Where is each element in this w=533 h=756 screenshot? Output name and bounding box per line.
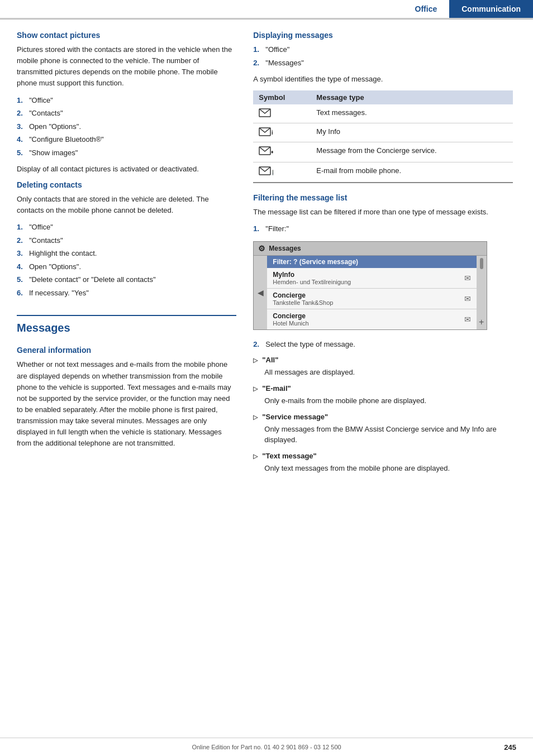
table-col-symbol: Symbol: [253, 90, 311, 104]
ui-titlebar: ⚙ Messages: [254, 242, 486, 256]
show-contact-pictures-note: Display of all contact pictures is activ…: [17, 164, 236, 175]
displaying-messages-section: Displaying messages 1."Office" 2."Messag…: [253, 31, 513, 183]
envelope-icon-row1: ✉: [464, 274, 471, 283]
envelope-icon-row2: ✉: [464, 294, 471, 303]
general-info-body: Whether or not text messages and e-mails…: [17, 359, 236, 449]
plus-icon: +: [479, 317, 484, 327]
list-item: 4."Configure Bluetooth®": [17, 134, 236, 145]
envelope-c-icon: ♦: [259, 146, 273, 156]
filtering-step1: 1."Filter:": [253, 223, 513, 235]
list-item: 2."Contacts": [17, 108, 236, 119]
list-item: 5."Delete contact" or "Delete all contac…: [17, 274, 236, 285]
option-label: "Service message": [262, 412, 328, 422]
deleting-contacts-steps: 1."Office" 2."Contacts" 3.Highlight the …: [17, 222, 236, 298]
list-item: 5."Show images": [17, 147, 236, 159]
list-item: 2."Messages": [253, 58, 513, 69]
filtering-section: Filtering the message list The message l…: [253, 193, 513, 473]
option-label: "Text message": [262, 451, 316, 461]
envelope-icon-row3: ✉: [464, 315, 471, 324]
list-item: 3.Highlight the contact.: [17, 248, 236, 259]
type-cell: My Info: [311, 123, 513, 142]
table-row: ♦ Message from the Concierge service.: [253, 142, 513, 162]
filter-option-all: ▷ "All" All messages are displayed.: [253, 355, 513, 378]
ui-row-1: MyInfo Hemden- und Textilreinigung ✉: [267, 268, 476, 289]
deleting-contacts-title: Deleting contacts: [17, 180, 236, 189]
symbol-cell: i: [253, 123, 311, 142]
type-cell: Message from the Concierge service.: [311, 142, 513, 162]
tab-office[interactable]: Office: [403, 0, 450, 18]
arrow-icon: ▷: [253, 452, 258, 461]
option-label: "All": [262, 355, 278, 365]
right-column: Displaying messages 1."Office" 2."Messag…: [253, 31, 513, 480]
ui-row-3: Concierge Hotel Munich ✉: [267, 309, 476, 329]
messages-ui-screenshot: ⚙ Messages ◀ Filter: ? (Service message)…: [253, 241, 487, 330]
header-tabs: Office Communication: [0, 0, 533, 19]
table-row: Text messages.: [253, 104, 513, 123]
list-item: 2.Select the type of message.: [253, 339, 513, 350]
ui-rows: Filter: ? (Service message) MyInfo Hemde…: [267, 256, 476, 329]
type-cell: E-mail from mobile phone.: [311, 162, 513, 183]
ui-filter-row: Filter: ? (Service message): [267, 256, 476, 268]
envelope-phone-icon: 📱: [259, 166, 273, 176]
symbol-cell: ♦: [253, 142, 311, 162]
nav-arrow-icon: ◀: [258, 288, 264, 297]
show-contact-pictures-steps: 1."Office" 2."Contacts" 3.Open "Options"…: [17, 95, 236, 159]
displaying-messages-note: A symbol identifies the type of message.: [253, 74, 513, 85]
list-item: 1."Office": [17, 95, 236, 106]
main-content: Show contact pictures Pictures stored wi…: [0, 20, 533, 502]
ui-row-2: Concierge Tankstelle Tank&Shop ✉: [267, 289, 476, 309]
scrollbar: [480, 258, 483, 269]
filter-option-email: ▷ "E-mail" Only e-mails from the mobile …: [253, 384, 513, 406]
option-desc: Only messages from the BMW Assist Concie…: [264, 424, 513, 446]
displaying-messages-title: Displaying messages: [253, 31, 513, 40]
messages-big-title: Messages: [17, 315, 236, 334]
arrow-icon: ▷: [253, 356, 258, 365]
deleting-contacts-section: Deleting contacts Only contacts that are…: [17, 180, 236, 298]
option-desc: Only text messages from the mobile phone…: [264, 463, 513, 474]
footer-page-number: 245: [504, 743, 516, 752]
list-item: 2."Contacts": [17, 235, 236, 246]
gear-icon: ⚙: [258, 244, 265, 253]
option-desc: Only e-mails from the mobile phone are d…: [264, 395, 513, 406]
list-item: 1."Office": [253, 44, 513, 55]
footer: Online Edition for Part no. 01 40 2 901 …: [0, 738, 533, 756]
table-row: i My Info: [253, 123, 513, 142]
filter-options: ▷ "All" All messages are displayed. ▷ "E…: [253, 355, 513, 473]
envelope-icon: [259, 108, 271, 117]
envelope-i-icon: i: [259, 127, 273, 136]
displaying-messages-steps: 1."Office" 2."Messages": [253, 44, 513, 68]
list-item: 6.If necessary. "Yes": [17, 288, 236, 299]
show-contact-pictures-section: Show contact pictures Pictures stored wi…: [17, 31, 236, 175]
table-col-type: Message type: [311, 90, 513, 104]
symbol-cell: [253, 104, 311, 123]
tab-communication[interactable]: Communication: [449, 0, 533, 18]
option-label: "E-mail": [262, 384, 291, 394]
list-item: 1."Filter:": [253, 223, 513, 235]
messages-section: Messages General information Whether or …: [17, 315, 236, 449]
list-item: 1."Office": [17, 222, 236, 233]
ui-right-nav: +: [477, 256, 487, 329]
show-contact-pictures-body: Pictures stored with the contacts are st…: [17, 44, 236, 89]
filter-option-text: ▷ "Text message" Only text messages from…: [253, 451, 513, 474]
ui-title: Messages: [269, 245, 301, 252]
footer-text: Online Edition for Part no. 01 40 2 901 …: [192, 744, 341, 750]
table-row: 📱 E-mail from mobile phone.: [253, 162, 513, 183]
ui-left-nav: ◀: [254, 256, 267, 329]
svg-text:♦: ♦: [271, 149, 273, 155]
svg-text:i: i: [272, 130, 273, 136]
list-item: 3.Open "Options".: [17, 121, 236, 132]
left-column: Show contact pictures Pictures stored wi…: [17, 31, 236, 480]
option-desc: All messages are displayed.: [264, 367, 513, 378]
filtering-step2: 2.Select the type of message.: [253, 339, 513, 350]
filter-option-service: ▷ "Service message" Only messages from t…: [253, 412, 513, 446]
type-cell: Text messages.: [311, 104, 513, 123]
arrow-icon: ▷: [253, 385, 258, 393]
ui-body: ◀ Filter: ? (Service message) MyInfo Hem…: [254, 256, 486, 329]
deleting-contacts-body: Only contacts that are stored in the veh…: [17, 194, 236, 216]
list-item: 4.Open "Options".: [17, 261, 236, 272]
filtering-title: Filtering the message list: [253, 193, 513, 202]
arrow-icon: ▷: [253, 413, 258, 422]
show-contact-pictures-title: Show contact pictures: [17, 31, 236, 40]
symbol-message-table: Symbol Message type Text messages.: [253, 90, 513, 183]
general-info-title: General information: [17, 346, 236, 355]
